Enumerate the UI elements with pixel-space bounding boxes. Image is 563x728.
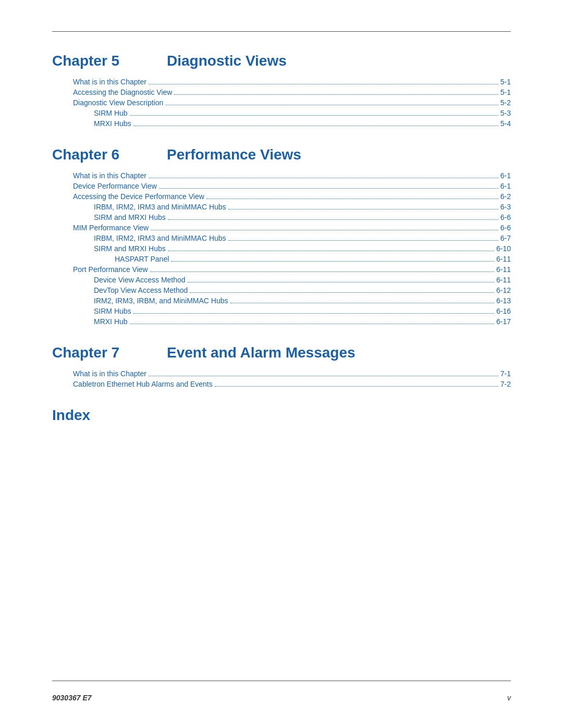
toc-entry-text-0-0: What is in this Chapter <box>73 78 146 86</box>
toc-page-1-13: 6-16 <box>496 307 511 315</box>
toc-dots-0-0 <box>149 84 498 84</box>
chapter-block-1: Chapter 6Performance ViewsWhat is in thi… <box>52 146 511 326</box>
chapters-container: Chapter 5Diagnostic ViewsWhat is in this… <box>52 53 511 388</box>
toc-entry-text-0-3: SIRM Hub <box>94 109 128 117</box>
toc-entry-text-2-1: Cabletron Ethernet Hub Alarms and Events <box>73 380 213 388</box>
toc-entry-1-13[interactable]: SIRM Hubs6-16 <box>94 307 511 315</box>
toc-dots-2-0 <box>149 376 498 376</box>
toc-entry-text-0-4: MRXI Hubs <box>94 119 131 128</box>
toc-page-1-2: 6-2 <box>500 192 511 201</box>
toc-dots-1-9 <box>150 272 494 272</box>
toc-entry-1-3[interactable]: IRBM, IRM2, IRM3 and MiniMMAC Hubs6-3 <box>94 203 511 211</box>
toc-page-1-1: 6-1 <box>500 182 511 190</box>
toc-entry-text-1-7: SIRM and MRXI Hubs <box>94 244 166 253</box>
toc-entry-1-2[interactable]: Accessing the Device Performance View6-2 <box>73 192 511 201</box>
toc-page-0-2: 5-2 <box>500 98 511 107</box>
toc-entry-2-1[interactable]: Cabletron Ethernet Hub Alarms and Events… <box>73 380 511 388</box>
toc-entry-1-0[interactable]: What is in this Chapter6-1 <box>73 171 511 180</box>
chapter-label-0: Chapter 5 <box>52 53 146 69</box>
toc-dots-1-3 <box>228 209 498 209</box>
toc-entry-text-1-4: SIRM and MRXI Hubs <box>94 213 166 221</box>
toc-page-1-7: 6-10 <box>496 244 511 253</box>
toc-page-1-6: 6-7 <box>500 234 511 242</box>
toc-section-2: What is in this Chapter7-1Cabletron Ethe… <box>73 369 511 388</box>
toc-entry-1-10[interactable]: Device View Access Method6-11 <box>94 276 511 284</box>
toc-entry-0-4[interactable]: MRXI Hubs5-4 <box>94 119 511 128</box>
chapter-heading-0: Chapter 5Diagnostic Views <box>52 53 511 69</box>
chapter-block-0: Chapter 5Diagnostic ViewsWhat is in this… <box>52 53 511 128</box>
toc-page-1-14: 6-17 <box>496 317 511 326</box>
toc-entry-1-4[interactable]: SIRM and MRXI Hubs6-6 <box>94 213 511 221</box>
toc-dots-1-2 <box>206 199 498 199</box>
toc-dots-1-14 <box>130 324 494 324</box>
toc-entry-text-1-10: Device View Access Method <box>94 276 186 284</box>
toc-entry-0-1[interactable]: Accessing the Diagnostic View5-1 <box>73 88 511 96</box>
toc-dots-1-7 <box>168 251 494 251</box>
toc-dots-1-4 <box>168 219 498 220</box>
chapter-title-2: Event and Alarm Messages <box>167 344 356 361</box>
toc-dots-1-1 <box>159 188 498 189</box>
toc-page-1-12: 6-13 <box>496 297 511 305</box>
toc-entry-text-1-12: IRM2, IRM3, IRBM, and MiniMMAC Hubs <box>94 297 228 305</box>
toc-page-2-0: 7-1 <box>500 369 511 378</box>
toc-entry-1-5[interactable]: MIM Performance View6-6 <box>73 224 511 232</box>
toc-page-0-1: 5-1 <box>500 88 511 96</box>
toc-entry-1-1[interactable]: Device Performance View6-1 <box>73 182 511 190</box>
toc-section-0: What is in this Chapter5-1Accessing the … <box>73 78 511 128</box>
toc-dots-1-0 <box>149 178 498 178</box>
toc-page-1-8: 6-11 <box>496 255 511 263</box>
toc-dots-1-8 <box>171 261 494 262</box>
toc-entry-0-2[interactable]: Diagnostic View Description5-2 <box>73 98 511 107</box>
index-block: Index <box>52 407 511 424</box>
toc-dots-1-11 <box>190 292 494 293</box>
toc-entry-1-11[interactable]: DevTop View Access Method6-12 <box>94 286 511 294</box>
toc-entry-text-2-0: What is in this Chapter <box>73 369 146 378</box>
toc-entry-1-8[interactable]: HASPART Panel6-11 <box>115 255 511 263</box>
chapter-heading-2: Chapter 7Event and Alarm Messages <box>52 344 511 361</box>
toc-entry-text-1-6: IRBM, IRM2, IRM3 and MiniMMAC Hubs <box>94 234 226 242</box>
toc-entry-1-9[interactable]: Port Performance View6-11 <box>73 265 511 274</box>
footer-left: 9030367 E7 <box>52 694 92 702</box>
toc-entry-text-1-11: DevTop View Access Method <box>94 286 188 294</box>
toc-dots-2-1 <box>215 386 498 387</box>
toc-entry-text-1-2: Accessing the Device Performance View <box>73 192 204 201</box>
toc-page-1-3: 6-3 <box>500 203 511 211</box>
toc-page-0-4: 5-4 <box>500 119 511 128</box>
toc-entry-1-6[interactable]: IRBM, IRM2, IRM3 and MiniMMAC Hubs6-7 <box>94 234 511 242</box>
toc-page-1-11: 6-12 <box>496 286 511 294</box>
chapter-block-2: Chapter 7Event and Alarm MessagesWhat is… <box>52 344 511 388</box>
toc-entry-text-1-14: MRXI Hub <box>94 317 128 326</box>
toc-dots-1-13 <box>133 313 494 314</box>
toc-entry-1-7[interactable]: SIRM and MRXI Hubs6-10 <box>94 244 511 253</box>
toc-section-1: What is in this Chapter6-1Device Perform… <box>73 171 511 326</box>
toc-dots-1-10 <box>188 282 494 282</box>
toc-entry-text-1-1: Device Performance View <box>73 182 157 190</box>
toc-dots-1-5 <box>151 230 498 230</box>
toc-page-1-0: 6-1 <box>500 171 511 180</box>
page: Chapter 5Diagnostic ViewsWhat is in this… <box>0 0 563 728</box>
toc-entry-text-1-3: IRBM, IRM2, IRM3 and MiniMMAC Hubs <box>94 203 226 211</box>
chapter-title-0: Diagnostic Views <box>167 53 287 69</box>
toc-dots-1-6 <box>228 240 498 241</box>
toc-page-2-1: 7-2 <box>500 380 511 388</box>
chapter-title-1: Performance Views <box>167 146 301 163</box>
toc-entry-1-12[interactable]: IRM2, IRM3, IRBM, and MiniMMAC Hubs6-13 <box>94 297 511 305</box>
index-heading: Index <box>52 407 511 424</box>
toc-page-1-5: 6-6 <box>500 224 511 232</box>
toc-entry-text-0-2: Diagnostic View Description <box>73 98 163 107</box>
top-rule <box>52 31 511 32</box>
toc-page-1-4: 6-6 <box>500 213 511 221</box>
toc-page-0-0: 5-1 <box>500 78 511 86</box>
toc-entry-0-3[interactable]: SIRM Hub5-3 <box>94 109 511 117</box>
toc-dots-0-3 <box>130 115 498 116</box>
toc-entry-0-0[interactable]: What is in this Chapter5-1 <box>73 78 511 86</box>
chapter-label-2: Chapter 7 <box>52 344 146 361</box>
toc-dots-0-2 <box>165 105 498 105</box>
chapter-heading-1: Chapter 6Performance Views <box>52 146 511 163</box>
toc-page-0-3: 5-3 <box>500 109 511 117</box>
toc-entry-1-14[interactable]: MRXI Hub6-17 <box>94 317 511 326</box>
chapter-label-1: Chapter 6 <box>52 146 146 163</box>
toc-entry-2-0[interactable]: What is in this Chapter7-1 <box>73 369 511 378</box>
bottom-rule <box>52 681 511 681</box>
footer-right: v <box>507 694 511 702</box>
